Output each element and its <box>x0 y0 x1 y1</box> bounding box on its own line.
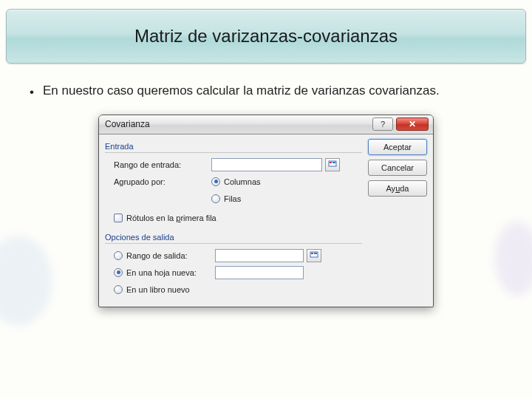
bullet-dot-icon: • <box>30 84 34 101</box>
output-range-picker-button[interactable] <box>307 249 321 262</box>
help-button[interactable]: Ayuda <box>368 180 427 197</box>
input-range-picker-button[interactable] <box>325 158 340 171</box>
input-range-field[interactable] <box>211 158 322 171</box>
new-book-radio[interactable] <box>114 285 123 294</box>
output-range-label: Rango de salida: <box>126 251 215 260</box>
svg-rect-2 <box>332 162 335 163</box>
close-icon: ✕ <box>409 119 416 129</box>
dialog-titlebar[interactable]: Covarianza ? ✕ <box>99 115 433 134</box>
labels-first-row-checkbox[interactable] <box>114 214 123 222</box>
range-picker-icon <box>310 251 318 260</box>
rows-radio-label: Filas <box>224 194 241 203</box>
labels-first-row-label: Rótulos en la primera fila <box>126 214 216 222</box>
covariance-dialog: Covarianza ? ✕ Entrada Rango de entrada: <box>98 115 434 307</box>
slide-title-banner: Matriz de varizanzas-covarianzas <box>6 9 526 64</box>
close-button[interactable]: ✕ <box>396 117 429 131</box>
new-sheet-field[interactable] <box>215 266 304 279</box>
svg-rect-5 <box>314 253 317 254</box>
slide-title: Matriz de varizanzas-covarianzas <box>134 26 398 47</box>
columns-radio[interactable] <box>211 177 220 186</box>
columns-radio-label: Columnas <box>224 177 261 186</box>
new-sheet-radio[interactable] <box>114 268 123 277</box>
accept-button[interactable]: Aceptar <box>368 139 427 155</box>
bullet-text: En nuestro caso queremos calcular la mat… <box>43 83 440 100</box>
slide-bullet: • En nuestro caso queremos calcular la m… <box>30 83 502 101</box>
range-picker-icon <box>328 160 337 169</box>
input-range-label: Rango de entrada: <box>114 160 211 169</box>
divider <box>105 243 362 244</box>
group-output-label: Opciones de salida <box>105 233 362 242</box>
help-titlebar-button[interactable]: ? <box>372 117 393 131</box>
rows-radio[interactable] <box>211 194 220 203</box>
help-icon: ? <box>381 120 385 129</box>
svg-rect-4 <box>311 253 313 254</box>
output-range-radio[interactable] <box>114 251 123 260</box>
svg-rect-1 <box>330 162 332 163</box>
divider <box>105 152 362 153</box>
new-book-label: En un libro nuevo <box>126 285 190 294</box>
dialog-title: Covarianza <box>105 119 372 129</box>
group-input-label: Entrada <box>105 142 362 151</box>
new-sheet-label: En una hoja nueva: <box>126 268 215 277</box>
cancel-button[interactable]: Cancelar <box>368 160 427 176</box>
output-range-field[interactable] <box>215 249 304 262</box>
grouped-by-label: Agrupado por: <box>114 177 211 186</box>
